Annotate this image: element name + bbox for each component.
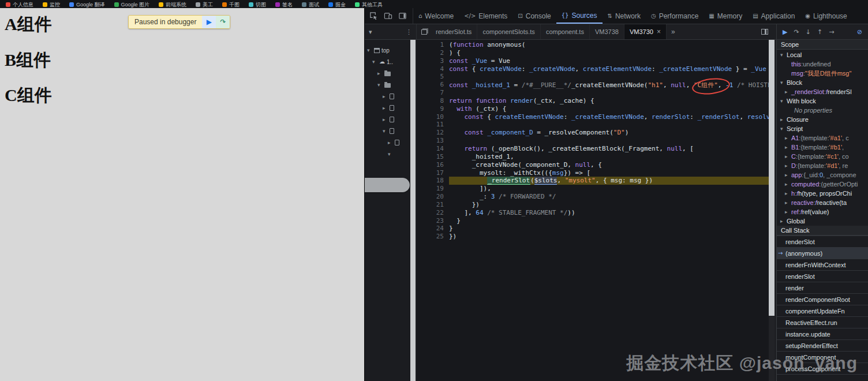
scope-variable[interactable]: this: undefined — [777, 59, 868, 69]
bookmark-item[interactable]: 千图 — [222, 1, 240, 9]
file-tab-renderslot-ts[interactable]: renderSlot.ts — [431, 24, 477, 39]
scope-variable[interactable]: msg: "我是D组件msg" — [777, 69, 868, 78]
line-number[interactable]: 19 — [417, 185, 449, 193]
scope-section-global[interactable]: ▸Global — [777, 216, 868, 226]
dock-side-icon[interactable] — [398, 12, 407, 20]
navigator-item[interactable]: ▸ — [365, 137, 410, 148]
scope-variable[interactable]: ▸D: {template: '#d1', re — [777, 161, 868, 170]
stack-frame[interactable]: renderSlot — [777, 236, 868, 248]
file-tab-component-ts[interactable]: component.ts — [541, 24, 590, 39]
bookmark-item[interactable]: 监控 — [43, 1, 60, 9]
navigator-item[interactable]: ▸ — [365, 68, 410, 79]
step-button[interactable]: → — [829, 28, 834, 36]
navigator-item[interactable]: ▾ — [365, 148, 410, 160]
line-number[interactable]: 24 — [417, 225, 449, 233]
tab-lighthouse[interactable]: ◉Lighthouse — [800, 8, 852, 24]
navigator-item[interactable]: ▾top — [365, 44, 410, 56]
code-editor[interactable]: 1234567891011121314151617181920212223242… — [417, 40, 769, 381]
close-icon[interactable]: × — [657, 28, 661, 36]
stack-frame[interactable]: ReactiveEffect.run — [777, 317, 868, 328]
line-number[interactable]: 20 — [417, 193, 449, 201]
scope-variable[interactable]: ▸C: {template: '#c1', co — [777, 152, 868, 161]
tab-memory[interactable]: ▦Memory — [704, 8, 747, 24]
tab-console[interactable]: ⊡Console — [512, 8, 556, 24]
line-number[interactable]: 10 — [417, 113, 449, 121]
call-stack-pane-header[interactable]: Call Stack — [777, 226, 868, 236]
line-number[interactable]: 25 — [417, 233, 449, 241]
scope-variable[interactable]: ▸reactive: f reactive(ta — [777, 198, 868, 207]
scope-variable[interactable]: ▸h: f h(type, propsOrChi — [777, 189, 868, 198]
bookmark-item[interactable]: 个人信息 — [6, 1, 33, 9]
more-tabs-chevron-icon[interactable]: » — [667, 28, 680, 36]
scope-variable[interactable]: ▸_renderSlot: f renderSl — [777, 87, 868, 96]
line-number[interactable]: 2 — [417, 49, 449, 57]
file-tab-componentslots-ts[interactable]: componentSlots.ts — [477, 24, 541, 39]
line-number[interactable]: 5 — [417, 73, 449, 81]
editor-scrollbar-thumb[interactable] — [769, 40, 775, 316]
line-number[interactable]: 8 — [417, 97, 449, 105]
scope-variable[interactable]: ▸ref: f ref(value) — [777, 207, 868, 216]
tab-elements[interactable]: </>Elements — [459, 8, 512, 24]
step-into-button[interactable]: ↓ — [806, 28, 811, 36]
line-number[interactable]: 11 — [417, 121, 449, 129]
scope-section-local[interactable]: ▾Local — [777, 50, 868, 59]
line-number[interactable]: 3 — [417, 57, 449, 65]
tab-application[interactable]: ▤Application — [747, 8, 800, 24]
stack-frame[interactable]: setupRenderEffect — [777, 340, 868, 352]
line-number[interactable]: 18 — [417, 177, 449, 185]
scope-variable[interactable]: ▸A1: {template: '#a1', c — [777, 133, 868, 143]
scope-variable[interactable]: ▸B1: {template: '#b1', — [777, 143, 868, 152]
file-tab-vm3738[interactable]: VM3738 — [590, 24, 624, 39]
line-number[interactable]: 22 — [417, 209, 449, 217]
stack-frame[interactable]: instance.update — [777, 328, 868, 340]
line-number[interactable]: 12 — [417, 129, 449, 137]
toggle-sidebar-icon[interactable] — [761, 29, 768, 35]
line-number[interactable]: 9 — [417, 105, 449, 113]
bookmark-item[interactable]: 前端系统 — [159, 1, 186, 9]
scope-section-closure[interactable]: ▸Closure — [777, 115, 868, 124]
step-out-button[interactable]: ↑ — [817, 28, 822, 36]
scope-section-with-block[interactable]: ▾With block — [777, 96, 868, 106]
device-toolbar-icon[interactable] — [384, 12, 392, 20]
step-over-banner-button[interactable]: ↷ — [216, 16, 230, 28]
bookmark-item[interactable]: 切图 — [249, 1, 266, 9]
resume-script-button[interactable]: ▶ — [202, 16, 216, 28]
tab-network[interactable]: ⇅Network — [603, 8, 646, 24]
navigator-item[interactable]: ▸ — [365, 102, 410, 114]
navigator-item[interactable]: ▸ — [365, 114, 410, 125]
line-number[interactable]: 13 — [417, 137, 449, 145]
tab-sources[interactable]: {}Sources — [556, 8, 603, 24]
line-number[interactable]: 4 — [417, 65, 449, 73]
stack-frame[interactable]: componentUpdateFn — [777, 305, 868, 317]
open-files-icon[interactable] — [421, 29, 427, 35]
line-number[interactable]: 1 — [417, 41, 449, 49]
line-number[interactable]: 23 — [417, 217, 449, 225]
line-number[interactable]: 6 — [417, 81, 449, 89]
file-tab-vm3730[interactable]: VM3730× — [624, 24, 667, 39]
bookmark-item[interactable]: 其他工具 — [355, 1, 383, 9]
stack-frame[interactable]: renderFnWithContext — [777, 259, 868, 271]
scope-pane-header[interactable]: Scope — [777, 40, 868, 50]
drawer-handle[interactable] — [365, 178, 410, 192]
navigator-item[interactable]: ▾ — [365, 79, 410, 91]
editor-scrollbar[interactable] — [769, 40, 775, 381]
resume-button[interactable]: ▶ — [783, 28, 787, 36]
chevron-down-icon[interactable]: ▾ — [369, 28, 372, 36]
scope-section-script[interactable]: ▾Script — [777, 124, 868, 133]
stack-frame[interactable]: render — [777, 282, 868, 294]
bookmark-item[interactable]: 签名 — [275, 1, 293, 9]
line-number[interactable]: 16 — [417, 161, 449, 169]
deactivate-breakpoints-button[interactable]: ⊘ — [857, 28, 862, 36]
line-number[interactable]: 15 — [417, 153, 449, 161]
line-number[interactable]: 14 — [417, 145, 449, 153]
tab-welcome[interactable]: ⌂Welcome — [413, 8, 459, 24]
navigator-item[interactable]: ▾ — [365, 125, 410, 137]
bookmark-item[interactable]: Google 翻译 — [69, 1, 105, 9]
bookmark-item[interactable]: 美工 — [196, 1, 213, 9]
stack-frame[interactable]: →(anonymous) — [777, 248, 868, 259]
line-number[interactable]: 7 — [417, 89, 449, 97]
stack-frame[interactable]: renderComponentRoot — [777, 294, 868, 305]
navigator-scrollbar[interactable] — [410, 40, 416, 381]
stack-frame[interactable]: processComponent — [777, 363, 868, 375]
kebab-menu-icon[interactable]: ⋮ — [406, 28, 412, 36]
